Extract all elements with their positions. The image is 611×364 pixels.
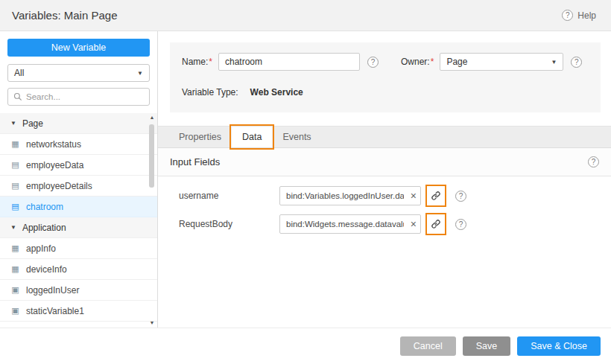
tree-item-label: networkstatus: [26, 139, 81, 150]
input-field-row-username: username × ?: [158, 182, 611, 210]
tree-item-label: staticVariable1: [26, 306, 84, 316]
tree-group-application[interactable]: ▼ Application: [0, 217, 157, 238]
data-tab-panel: Input Fields ? username × ? RequestBody: [158, 148, 611, 243]
variable-type-icon: ▦: [10, 243, 20, 253]
bind-value-input[interactable]: [279, 186, 421, 205]
required-marker: *: [209, 57, 212, 67]
chevron-down-icon: ▼: [137, 70, 143, 77]
tree-item-loggedinuser[interactable]: ▣ loggedInUser: [0, 280, 157, 301]
help-icon[interactable]: ?: [571, 57, 582, 68]
collapse-caret-icon: ▼: [10, 224, 16, 231]
tree-item-label: loggedInUser: [26, 285, 79, 296]
name-label: Name:*: [182, 57, 212, 67]
tree-item-networkstatus[interactable]: ▦ networkstatus: [0, 134, 157, 155]
tree-group-label: Page: [22, 118, 43, 129]
tree-item-label: chatroom: [26, 202, 63, 212]
help-icon[interactable]: ?: [588, 156, 599, 167]
required-marker: *: [431, 57, 434, 67]
main-panel: Name:* ? Owner:* Page ▼ ? Variable Type:…: [158, 31, 611, 328]
form-row-type: Variable Type: Web Service: [182, 87, 589, 98]
help-icon: ?: [562, 10, 573, 21]
owner-value: Page: [446, 57, 467, 67]
owner-group: Owner:* Page ▼ ?: [401, 53, 582, 71]
help-label: Help: [577, 10, 596, 21]
sidebar-scrollbar[interactable]: ▲ ▼: [148, 115, 156, 325]
tree-item-label: employeeData: [26, 160, 83, 170]
bind-input-wrap: ×: [279, 186, 421, 205]
variable-type-value: Web Service: [250, 87, 303, 98]
tree-item-label: employeeDetails: [26, 181, 92, 191]
tree-item-staticvariable1[interactable]: ▣ staticVariable1: [0, 301, 157, 322]
cancel-button[interactable]: Cancel: [400, 336, 456, 356]
bind-link-button[interactable]: [428, 187, 444, 205]
variable-form: Name:* ? Owner:* Page ▼ ? Variable Type:…: [170, 42, 601, 112]
variable-type-icon: ▣: [10, 306, 20, 316]
section-title: Input Fields: [170, 156, 220, 167]
tree-item-chatroom-selected[interactable]: ▤ chatroom: [0, 197, 157, 217]
link-icon: [431, 219, 441, 229]
tab-data[interactable]: Data: [232, 127, 272, 147]
scroll-up-icon[interactable]: ▲: [150, 115, 155, 120]
sidebar: New Variable All ▼ ▼ Page ▦ networkstatu…: [0, 31, 158, 328]
filter-dropdown[interactable]: All ▼: [7, 64, 150, 82]
form-row-top: Name:* ? Owner:* Page ▼ ?: [182, 53, 589, 71]
variable-type-icon: ▦: [10, 139, 20, 149]
tree-item-deviceinfo[interactable]: ▦ deviceInfo: [0, 259, 157, 280]
tab-label: Properties: [179, 132, 221, 142]
variable-type-label: Variable Type:: [182, 87, 238, 98]
search-icon: [13, 92, 22, 101]
tree-item-employeedetails[interactable]: ▤ employeeDetails: [0, 176, 157, 197]
link-icon: [431, 191, 441, 201]
collapse-caret-icon: ▼: [10, 120, 16, 127]
scroll-down-icon[interactable]: ▼: [150, 320, 155, 325]
field-label: username: [179, 191, 279, 201]
input-fields-list: username × ? RequestBody ×: [158, 176, 611, 243]
help-icon[interactable]: ?: [367, 57, 379, 68]
new-variable-button[interactable]: New Variable: [7, 39, 150, 57]
owner-label: Owner:*: [401, 57, 434, 67]
filter-value: All: [14, 68, 24, 78]
save-button[interactable]: Save: [463, 336, 511, 356]
tree-item-label: appInfo: [26, 243, 56, 254]
owner-dropdown[interactable]: Page ▼: [440, 53, 563, 71]
tab-properties[interactable]: Properties: [168, 127, 232, 147]
help-icon[interactable]: ?: [455, 191, 466, 202]
input-fields-header: Input Fields ?: [158, 148, 611, 176]
bind-value-input[interactable]: [279, 214, 421, 234]
bind-link-button[interactable]: [428, 215, 444, 233]
tree-item-label: deviceInfo: [26, 264, 67, 275]
variable-type-icon: ▦: [10, 264, 20, 274]
page-title: Variables: Main Page: [12, 9, 117, 22]
tab-label: Data: [242, 132, 262, 142]
search-input[interactable]: [26, 92, 144, 101]
input-field-row-requestbody: RequestBody × ?: [158, 210, 611, 238]
footer-actions: Cancel Save Save & Close: [0, 328, 611, 364]
scrollbar-thumb[interactable]: [149, 124, 154, 188]
variable-type-icon: ▤: [10, 181, 20, 191]
tab-bar: Properties Data Events: [158, 126, 611, 148]
field-label: RequestBody: [179, 219, 279, 229]
sidebar-controls: New Variable All ▼: [0, 31, 157, 106]
tree-group-page[interactable]: ▼ Page: [0, 113, 157, 134]
help-icon[interactable]: ?: [455, 219, 466, 230]
search-box: [7, 88, 150, 106]
variable-tree: ▼ Page ▦ networkstatus ▤ employeeData ▤ …: [0, 113, 157, 328]
clear-icon[interactable]: ×: [411, 219, 417, 229]
chevron-down-icon: ▼: [551, 59, 557, 66]
tree-group-label: Application: [22, 223, 66, 233]
name-input[interactable]: [218, 53, 360, 71]
tab-label: Events: [282, 132, 311, 142]
save-close-button[interactable]: Save & Close: [517, 336, 601, 356]
tree-item-employeedata[interactable]: ▤ employeeData: [0, 155, 157, 176]
tab-events[interactable]: Events: [272, 127, 321, 147]
variable-type-icon: ▤: [10, 202, 20, 211]
header: Variables: Main Page ? Help: [0, 0, 611, 31]
clear-icon[interactable]: ×: [411, 191, 417, 201]
bind-input-wrap: ×: [279, 214, 421, 234]
variable-type-icon: ▤: [10, 160, 20, 170]
variable-type-icon: ▣: [10, 285, 20, 295]
tree-item-appinfo[interactable]: ▦ appInfo: [0, 238, 157, 259]
help-link[interactable]: ? Help: [562, 10, 596, 21]
